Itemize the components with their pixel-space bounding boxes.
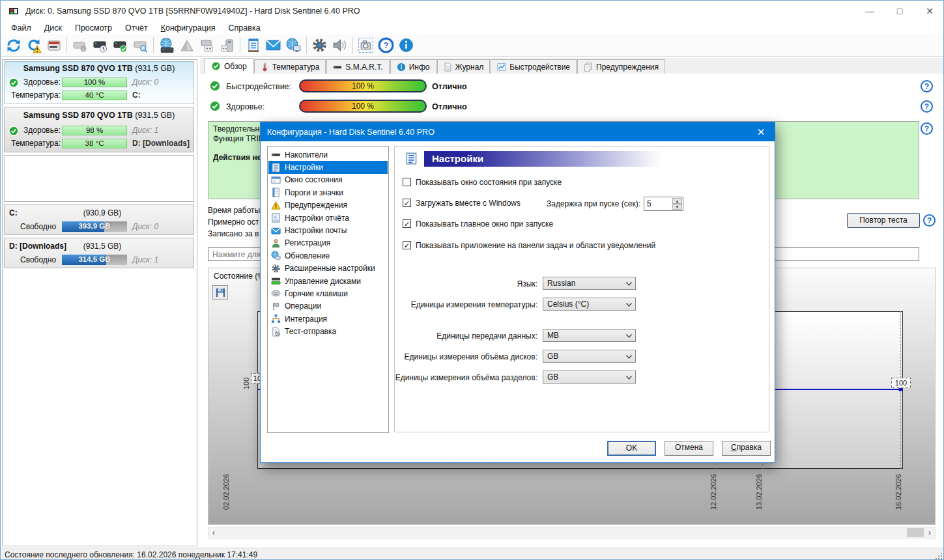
disk-search-button[interactable] (130, 36, 150, 55)
x-tick-label: 12.02.2026 (709, 464, 718, 510)
estimated-label: Примерно ост (208, 217, 259, 227)
tab-temperature[interactable]: Температура (254, 59, 326, 74)
delay-spinner[interactable]: 5 ▲ ▼ (644, 197, 683, 211)
temperature-unit-select[interactable]: Celsius (°C) (543, 298, 636, 311)
tab-info[interactable]: Инфо (390, 59, 436, 74)
save-chart-button[interactable] (212, 285, 228, 300)
menu-help[interactable]: Справка (222, 22, 267, 34)
select-value: GB (547, 372, 558, 382)
partition-card-d[interactable]: D: [Downloads] (931,5 GB) Свободно 314,5… (4, 238, 194, 268)
tab-overview[interactable]: Обзор (205, 58, 253, 74)
spinner-down-button[interactable]: ▼ (672, 204, 682, 210)
config-nav-update[interactable]: Обновление (268, 249, 388, 262)
tab-alerts[interactable]: Предупреждения (577, 59, 665, 74)
refresh-button[interactable] (3, 36, 23, 55)
disk-number: Диск: 0 (132, 77, 158, 87)
help-icon[interactable]: ? (921, 100, 933, 113)
acoustic-pyramid-button[interactable] (177, 36, 197, 55)
menu-report[interactable]: Отчёт (119, 22, 154, 34)
network-update-button[interactable] (283, 36, 304, 55)
maximize-button[interactable]: □ (885, 1, 915, 21)
disk-disabled-button[interactable] (70, 36, 90, 55)
chart-horizontal-scrollbar[interactable]: ‹ › (208, 527, 936, 539)
minimize-button[interactable]: — (855, 1, 885, 21)
status-line-2: Функция TRIM (213, 134, 265, 143)
menu-file[interactable]: Файл (5, 22, 38, 34)
tab-smart[interactable]: S.M.A.R.T. (326, 59, 389, 74)
nav-label: Окно состояния (285, 175, 342, 184)
title-bar: Диск: 0, Samsung SSD 870 QVO 1TB [S5RRNF… (1, 1, 943, 21)
config-nav-hotkeys[interactable]: Горячие клавиши (268, 287, 388, 300)
config-nav-drives[interactable]: Накопители (268, 148, 388, 161)
transfer-unit-select[interactable]: MB (543, 329, 636, 342)
select-value: GB (547, 352, 558, 361)
sound-button[interactable] (330, 36, 350, 55)
menu-disk[interactable]: Диск (38, 22, 68, 34)
settings-gear-button[interactable] (309, 36, 330, 55)
help-button[interactable]: ? (376, 36, 396, 55)
resize-grip[interactable] (936, 553, 942, 559)
refresh-warning-button[interactable] (23, 36, 44, 55)
partition-size-unit-select[interactable]: GB (543, 371, 636, 384)
config-nav-settings[interactable]: Настройки (268, 161, 388, 173)
help-icon[interactable]: ? (921, 122, 933, 135)
disk-card-0[interactable]: Samsung SSD 870 QVO 1TB (931,5 GB) Здоро… (4, 61, 194, 104)
scrollbar-thumb[interactable] (907, 528, 924, 537)
update-globe-icon (271, 251, 281, 260)
screenshot-button[interactable] (356, 36, 376, 55)
checkbox-load-with-windows[interactable] (403, 199, 411, 207)
menu-view[interactable]: Просмотр (68, 22, 119, 34)
config-nav-status-window[interactable]: Окно состояния (268, 174, 388, 186)
email-button[interactable] (263, 36, 283, 55)
disk-check-button[interactable] (110, 36, 130, 55)
dialog-close-button[interactable]: ✕ (747, 122, 775, 141)
checkbox-show-in-taskbar[interactable] (403, 241, 411, 249)
x-tick-label: 13.02.2026 (755, 464, 764, 510)
empty-disk-slot (4, 155, 194, 202)
nav-label: Операции (285, 301, 321, 311)
network-disk-button[interactable] (156, 36, 177, 55)
help-icon[interactable]: ? (921, 80, 933, 92)
disk-size-unit-label: Единицы измерения объёма дисков: (395, 352, 537, 361)
config-nav-advanced[interactable]: Расширенные настройки (268, 262, 388, 275)
toolbar-separator (352, 37, 353, 53)
scroll-right-arrow[interactable]: › (924, 527, 935, 538)
scroll-left-arrow[interactable]: ‹ (208, 527, 219, 538)
info-button[interactable] (396, 36, 416, 55)
free-space-bar: 314,5 GB (62, 255, 127, 265)
retest-button[interactable]: Повтор теста (847, 213, 920, 228)
spinner-up-button[interactable]: ▲ (672, 198, 682, 204)
disk-socket-button[interactable] (197, 36, 217, 55)
nav-label: Предупреждения (285, 201, 347, 210)
menu-configuration[interactable]: Конфигурация (154, 22, 222, 34)
config-nav-report-settings[interactable]: AНастройки отчёта (268, 212, 388, 224)
config-nav-test-send[interactable]: Тест-отправка (268, 325, 388, 337)
config-nav-registration[interactable]: Регистрация (268, 237, 388, 249)
partition-size-unit-label: Единицы измерения объёма разделов: (395, 373, 537, 382)
tab-performance[interactable]: Быстродействие (491, 59, 577, 74)
language-select[interactable]: Russian (543, 277, 636, 290)
config-nav-alerts[interactable]: Предупреждения (268, 199, 388, 212)
cancel-button[interactable]: Отмена (665, 441, 713, 456)
config-nav-operations[interactable]: Операции (268, 300, 388, 313)
checkbox-show-main-window[interactable] (403, 219, 411, 228)
disk-card-1[interactable]: Samsung SSD 870 QVO 1TB (931,5 GB) Здоро… (4, 107, 194, 152)
disk-clock-button[interactable] (90, 36, 110, 55)
value-label-right: 100 (891, 378, 911, 388)
close-button[interactable]: ✕ (915, 1, 944, 21)
dialog-help-button[interactable]: Справка (722, 441, 771, 456)
partition-card-c[interactable]: C: (930,9 GB) Свободно 393,9 GB Диск: 0 (4, 204, 194, 235)
config-nav-disk-management[interactable]: Управление дисками (268, 275, 388, 287)
report-button[interactable] (243, 36, 263, 55)
ok-button[interactable]: OK (607, 441, 656, 456)
disk-size-unit-select[interactable]: GB (543, 350, 636, 363)
checkbox-show-status-window[interactable] (403, 178, 411, 186)
panel-header: Настройки (424, 151, 682, 167)
config-nav-thresholds[interactable]: Пороги и значки (268, 186, 388, 199)
config-nav-integration[interactable]: Интеграция (268, 313, 388, 325)
disk-plug-button[interactable] (217, 36, 237, 55)
config-nav-mail-settings[interactable]: Настройки почты (268, 224, 388, 236)
help-icon[interactable]: ? (923, 214, 936, 227)
disk-properties-button[interactable] (44, 36, 64, 55)
tab-log[interactable]: Журнал (437, 59, 491, 74)
